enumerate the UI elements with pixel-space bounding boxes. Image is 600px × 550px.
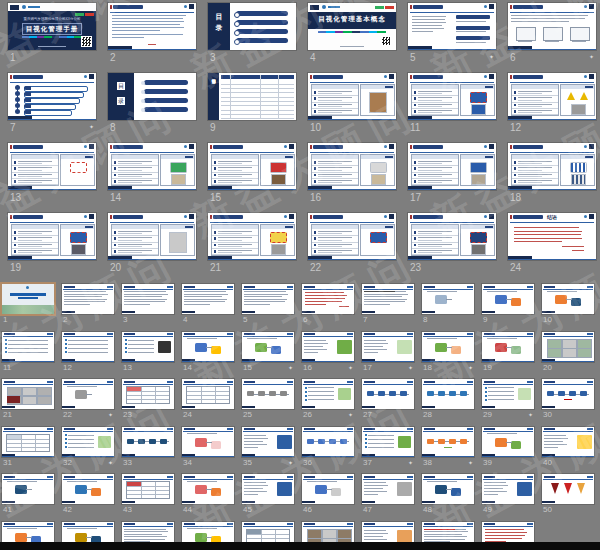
slide-thumbnail[interactable]: 23 [122,379,174,427]
text-line [244,299,287,300]
slide-thumbnail[interactable]: 26✦ [302,379,354,427]
slide-header-title-bar [124,476,135,478]
slide-thumbnail[interactable]: 7 [362,284,414,332]
slide-thumbnail[interactable]: 目录8 [108,73,196,143]
slide-header-logo [407,333,413,335]
slide-thumbnail[interactable]: 13 [122,332,174,380]
slide-thumbnail[interactable]: 6 [302,284,354,332]
slide-thumbnail[interactable]: 33 [122,427,174,475]
slide-thumbnail[interactable]: 9 [482,284,534,332]
slide-thumbnail[interactable]: 42 [62,474,114,522]
slide-thumbnail[interactable]: 36 [302,427,354,475]
slide-thumbnail[interactable]: 14 [108,143,196,213]
slide-thumbnail[interactable]: 3 [122,284,174,332]
slide-label-row: 5 [242,316,294,324]
slide-thumbnail[interactable]: 22✦ [62,379,114,427]
row-line [518,161,552,162]
slide-thumbnail[interactable]: 47 [362,474,414,522]
bullet-icon [65,347,67,349]
slide-thumbnail[interactable]: 2 [108,3,196,73]
slide-thumbnail[interactable]: 27 [362,379,414,427]
slide-thumbnail[interactable]: 1 [2,284,54,332]
slide-thumbnail[interactable]: 31 [2,427,54,475]
slide-thumbnail[interactable]: 18 [508,143,596,213]
slide-thumbnail[interactable]: 11 [2,332,54,380]
row-icon [314,250,317,253]
slide-thumbnail[interactable]: 19 [8,213,96,283]
slide-thumbnail[interactable]: 办公室目视化管理标准9 [208,73,296,143]
slide-thumbnail[interactable]: 37✦ [362,427,414,475]
slide-thumbnail[interactable]: 32✦ [62,427,114,475]
slide-thumbnail[interactable]: 19 [482,332,534,380]
slide-thumbnail[interactable]: 目 录3 [208,3,296,73]
slide-thumbnail[interactable]: 40 [542,427,594,475]
slide-thumbnail[interactable]: 5✦ [408,3,496,73]
slide-thumbnail[interactable]: 49 [482,474,534,522]
slide-thumbnail[interactable]: 18✦ [422,332,474,380]
slide-thumbnail[interactable]: 11 [408,73,496,143]
transition-star-icon: ✦ [108,412,113,418]
slide-thumbnail[interactable]: 结语24 [508,213,596,283]
slide-thumbnail[interactable]: 7✦ [8,73,96,143]
example-panel [560,154,595,186]
slide-thumbnail[interactable]: 44 [182,474,234,522]
logo-dot-icon [84,215,87,218]
slide-thumbnail[interactable]: 38✦ [422,427,474,475]
slide-thumbnail[interactable]: 50 [542,474,594,522]
row-icon [314,110,317,113]
slide-thumbnail[interactable]: 12 [62,332,114,380]
slide-thumbnail[interactable]: 20 [542,332,594,380]
slide-preview [108,213,196,260]
logo-dot-icon [384,75,387,78]
slide-thumbnail[interactable]: 21 [2,379,54,427]
slide-thumbnail[interactable]: 15✦ [242,332,294,380]
example-image [270,232,287,243]
text-line [244,291,286,292]
slide-thumbnail[interactable]: 20 [108,213,196,283]
toc-label: 录 [117,97,125,105]
slide-thumbnail[interactable]: 17✦ [362,332,414,380]
slide-thumbnail[interactable]: 重庆燃气集团股份有限公司XX分公司目视化管理手册1 [8,3,96,73]
slide-thumbnail[interactable]: 46 [302,474,354,522]
footer-line [62,361,114,362]
slide-thumbnail[interactable]: 17 [408,143,496,213]
slide-thumbnail[interactable]: 2 [62,284,114,332]
slide-thumbnail[interactable]: 6✦ [508,3,596,73]
slide-thumbnail[interactable]: 目视化管理基本概念4 [308,3,396,73]
slide-header-underline [483,526,533,527]
slide-thumbnail[interactable]: 34 [182,427,234,475]
slide-thumbnail[interactable]: 30 [542,379,594,427]
slide-thumbnail[interactable]: 41 [2,474,54,522]
slide-thumbnail[interactable]: 16 [308,143,396,213]
slide-thumbnail[interactable]: 10 [542,284,594,332]
slide-thumbnail[interactable]: 39 [482,427,534,475]
text-line [547,291,577,292]
slide-thumbnail[interactable]: 24 [182,379,234,427]
slide-preview [2,284,54,314]
slide-thumbnail[interactable]: 48 [422,474,474,522]
slide-thumbnail[interactable]: 14 [182,332,234,380]
slide-thumbnail[interactable]: 28 [422,379,474,427]
slide-thumbnail[interactable]: 8 [422,284,474,332]
slide-thumbnail[interactable]: 16✦ [302,332,354,380]
slide-thumbnail[interactable]: 45 [242,474,294,522]
slide-thumbnail[interactable]: 10 [308,73,396,143]
slide-header-underline [423,431,473,432]
slide-thumbnail[interactable]: 23 [408,213,496,283]
slide-thumbnail[interactable]: 35✦ [242,427,294,475]
slide-thumbnail[interactable]: 21 [208,213,296,283]
flow-node-icon [15,97,20,102]
slide-thumbnail[interactable]: 29✦ [482,379,534,427]
slide-thumbnail[interactable]: 22 [308,213,396,283]
slide-thumbnail[interactable]: 15 [208,143,296,213]
text-line [544,438,568,439]
slide-header-underline [483,479,533,480]
slide-thumbnail[interactable]: 13 [8,143,96,213]
slide-thumbnail[interactable]: 25 [242,379,294,427]
slide-thumbnail[interactable]: 5 [242,284,294,332]
slide-thumbnail[interactable]: 4 [182,284,234,332]
slide-thumbnail[interactable]: 43 [122,474,174,522]
row-line [118,170,142,171]
footer-line [422,504,474,505]
slide-thumbnail[interactable]: 12 [508,73,596,143]
